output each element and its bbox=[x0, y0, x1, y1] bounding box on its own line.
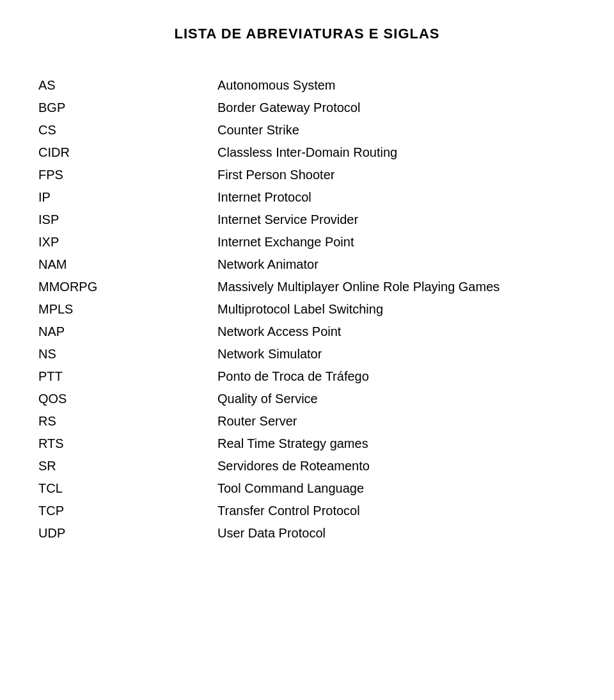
abbreviation-definition: Counter Strike bbox=[217, 123, 299, 138]
list-item: PTTPonto de Troca de Tráfego bbox=[38, 365, 576, 388]
abbreviation-code: FPS bbox=[38, 168, 217, 182]
list-item: NAPNetwork Access Point bbox=[38, 321, 576, 343]
abbreviation-definition: Internet Protocol bbox=[217, 190, 311, 205]
abbreviation-definition: Servidores de Roteamento bbox=[217, 459, 370, 473]
list-item: TCLTool Command Language bbox=[38, 477, 576, 500]
abbreviation-definition: Tool Command Language bbox=[217, 481, 364, 496]
abbreviation-code: SR bbox=[38, 459, 217, 473]
abbreviation-definition: Router Server bbox=[217, 414, 297, 429]
list-item: IXPInternet Exchange Point bbox=[38, 231, 576, 253]
abbreviation-definition: First Person Shooter bbox=[217, 168, 335, 182]
list-item: UDPUser Data Protocol bbox=[38, 522, 576, 545]
list-item: IPInternet Protocol bbox=[38, 186, 576, 209]
list-item: TCPTransfer Control Protocol bbox=[38, 500, 576, 522]
list-item: NSNetwork Simulator bbox=[38, 343, 576, 365]
list-item: ISPInternet Service Provider bbox=[38, 209, 576, 231]
list-item: MPLSMultiprotocol Label Switching bbox=[38, 298, 576, 321]
abbreviation-code: TCL bbox=[38, 481, 217, 496]
abbreviation-code: NAP bbox=[38, 324, 217, 339]
abbreviation-definition: Real Time Strategy games bbox=[217, 436, 368, 451]
list-item: NAMNetwork Animator bbox=[38, 253, 576, 276]
abbreviation-definition: Massively Multiplayer Online Role Playin… bbox=[217, 280, 500, 294]
list-item: MMORPGMassively Multiplayer Online Role … bbox=[38, 276, 576, 298]
abbreviation-definition: Network Access Point bbox=[217, 324, 341, 339]
abbreviation-definition: Ponto de Troca de Tráfego bbox=[217, 369, 369, 384]
abbreviation-definition: Autonomous System bbox=[217, 78, 336, 93]
abbreviation-code: AS bbox=[38, 78, 217, 93]
list-item: BGPBorder Gateway Protocol bbox=[38, 97, 576, 119]
abbreviation-code: CIDR bbox=[38, 145, 217, 160]
abbreviation-definition: Transfer Control Protocol bbox=[217, 504, 360, 518]
abbreviation-definition: Internet Service Provider bbox=[217, 212, 358, 227]
list-item: ASAutonomous System bbox=[38, 74, 576, 97]
abbreviation-code: PTT bbox=[38, 369, 217, 384]
abbreviation-code: RS bbox=[38, 414, 217, 429]
abbreviation-table: ASAutonomous SystemBGPBorder Gateway Pro… bbox=[38, 74, 576, 545]
list-item: FPSFirst Person Shooter bbox=[38, 164, 576, 186]
abbreviation-definition: User Data Protocol bbox=[217, 526, 326, 541]
abbreviation-code: BGP bbox=[38, 100, 217, 115]
abbreviation-definition: Network Animator bbox=[217, 257, 319, 272]
list-item: RSRouter Server bbox=[38, 410, 576, 433]
abbreviation-code: NAM bbox=[38, 257, 217, 272]
abbreviation-code: MPLS bbox=[38, 302, 217, 317]
abbreviation-code: IP bbox=[38, 190, 217, 205]
abbreviation-code: MMORPG bbox=[38, 280, 217, 294]
list-item: CSCounter Strike bbox=[38, 119, 576, 141]
abbreviation-definition: Network Simulator bbox=[217, 347, 322, 362]
list-item: RTSReal Time Strategy games bbox=[38, 433, 576, 455]
page-title: LISTA DE ABREVIATURAS E SIGLAS bbox=[38, 26, 576, 42]
abbreviation-definition: Internet Exchange Point bbox=[217, 235, 354, 250]
abbreviation-definition: Classless Inter-Domain Routing bbox=[217, 145, 397, 160]
list-item: SRServidores de Roteamento bbox=[38, 455, 576, 477]
list-item: QOSQuality of Service bbox=[38, 388, 576, 410]
abbreviation-code: TCP bbox=[38, 504, 217, 518]
list-item: CIDRClassless Inter-Domain Routing bbox=[38, 141, 576, 164]
abbreviation-definition: Quality of Service bbox=[217, 392, 318, 406]
abbreviation-code: UDP bbox=[38, 526, 217, 541]
abbreviation-code: IXP bbox=[38, 235, 217, 250]
abbreviation-definition: Border Gateway Protocol bbox=[217, 100, 360, 115]
abbreviation-code: NS bbox=[38, 347, 217, 362]
abbreviation-definition: Multiprotocol Label Switching bbox=[217, 302, 383, 317]
abbreviation-code: QOS bbox=[38, 392, 217, 406]
abbreviation-code: CS bbox=[38, 123, 217, 138]
abbreviation-code: ISP bbox=[38, 212, 217, 227]
abbreviation-code: RTS bbox=[38, 436, 217, 451]
